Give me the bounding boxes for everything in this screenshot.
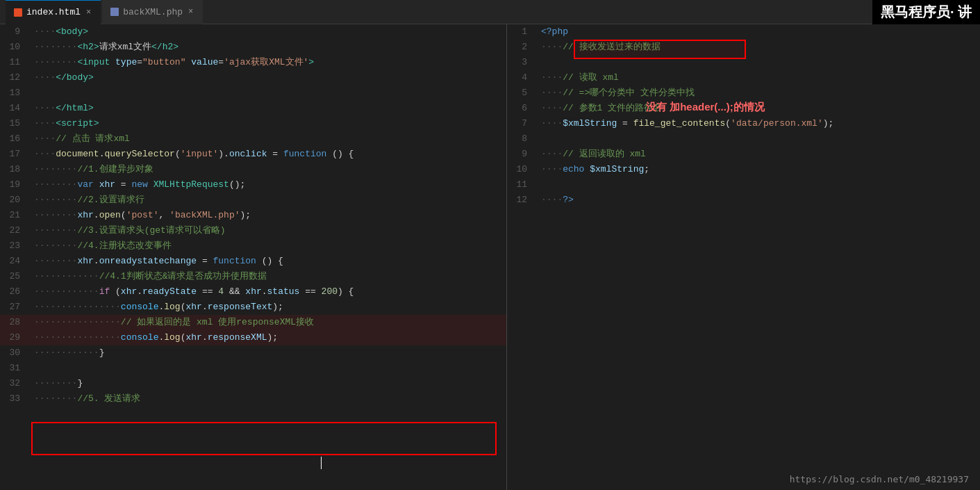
left-editor-pane: 9 ····<body> 10 ········<h2>请求xml文件</h2>…	[0, 24, 507, 490]
code-line: 29 ················console.log(xhr.respo…	[0, 330, 506, 345]
code-line: 23 ········//4.注册状态改变事件	[0, 238, 506, 254]
watermark: 黑马程序员· 讲	[872, 0, 980, 24]
code-line: 25 ············//4.1判断状态&请求是否成功并使用数据	[0, 269, 506, 284]
code-line: 1 <?php	[507, 24, 980, 40]
code-line: 9 ····<body>	[0, 24, 506, 40]
right-code-editor[interactable]: 1 <?php 2 ····// 接收发送过来的数据 3 4 ····// 读取…	[507, 24, 980, 490]
code-line: 12 ····?>	[507, 193, 980, 208]
code-line: 11	[507, 177, 980, 193]
tab-close-index[interactable]: ×	[85, 7, 92, 18]
code-line: 15 ····<script>	[0, 116, 506, 131]
code-line: 24 ········xhr.onreadystatechange = func…	[0, 254, 506, 269]
tab-label-backxml: backXML.php	[123, 7, 183, 17]
code-line: 21 ········xhr.open('post', 'backXML.php…	[0, 208, 506, 223]
code-line: 10 ····echo $xmlString;	[507, 162, 980, 177]
html-file-icon	[14, 8, 22, 17]
php-file-icon	[110, 8, 119, 16]
code-line: 32 ········}	[0, 376, 506, 391]
tab-close-backxml[interactable]: ×	[187, 6, 194, 17]
code-line: 19 ········var xhr = new XMLHttpRequest(…	[0, 177, 506, 193]
code-line: 33 ········//5. 发送请求	[0, 391, 506, 407]
code-line: 10 ········<h2>请求xml文件</h2>	[0, 40, 506, 55]
code-line: 8	[507, 131, 980, 147]
code-line: 2 ····// 接收发送过来的数据	[507, 40, 980, 55]
right-editor-pane: 1 <?php 2 ····// 接收发送过来的数据 3 4 ····// 读取…	[507, 24, 980, 490]
code-line: 4 ····// 读取 xml	[507, 70, 980, 85]
tab-index-html[interactable]: index.html ×	[6, 0, 101, 24]
code-line: 27 ················console.log(xhr.respo…	[0, 300, 506, 315]
code-line: 31	[0, 361, 506, 376]
code-line: 13	[0, 85, 506, 101]
editor-area: 9 ····<body> 10 ········<h2>请求xml文件</h2>…	[0, 24, 980, 490]
code-line: 18 ········//1.创建异步对象	[0, 162, 506, 177]
left-code-editor[interactable]: 9 ····<body> 10 ········<h2>请求xml文件</h2>…	[0, 24, 506, 490]
code-line: 17 ····document.querySelector('input').o…	[0, 147, 506, 162]
code-line: 6 ····// 参数1 文件的路径名	[507, 101, 980, 116]
code-line: 9 ····// 返回读取的 xml	[507, 147, 980, 162]
text-cursor	[321, 457, 322, 469]
tab-backxml-php[interactable]: backXML.php ×	[102, 0, 203, 24]
code-line: 7 ····$xmlString = file_get_contents('da…	[507, 116, 980, 131]
code-line: 3	[507, 55, 980, 70]
code-line: 11 ········<input type="button" value='a…	[0, 55, 506, 70]
code-line: 26 ············if (xhr.readyState == 4 &…	[0, 284, 506, 300]
code-line: 5 ····// =>哪个分类中 文件分类中找	[507, 85, 980, 101]
bottom-url: https://blog.csdn.net/m0_48219937	[790, 474, 969, 484]
code-line: 30 ············}	[0, 345, 506, 361]
tab-label-index: index.html	[26, 7, 81, 17]
code-line: 14 ····</html>	[0, 101, 506, 116]
code-line: 22 ········//3.设置请求头(get请求可以省略)	[0, 223, 506, 238]
tab-bar: index.html × backXML.php × ⊞ ···	[0, 0, 980, 24]
code-line: 28 ················// 如果返回的是 xml 使用respo…	[0, 315, 506, 330]
code-line: 12 ····</body>	[0, 70, 506, 85]
code-line: 20 ········//2.设置请求行	[0, 193, 506, 208]
code-line: 16 ····// 点击 请求xml	[0, 131, 506, 147]
